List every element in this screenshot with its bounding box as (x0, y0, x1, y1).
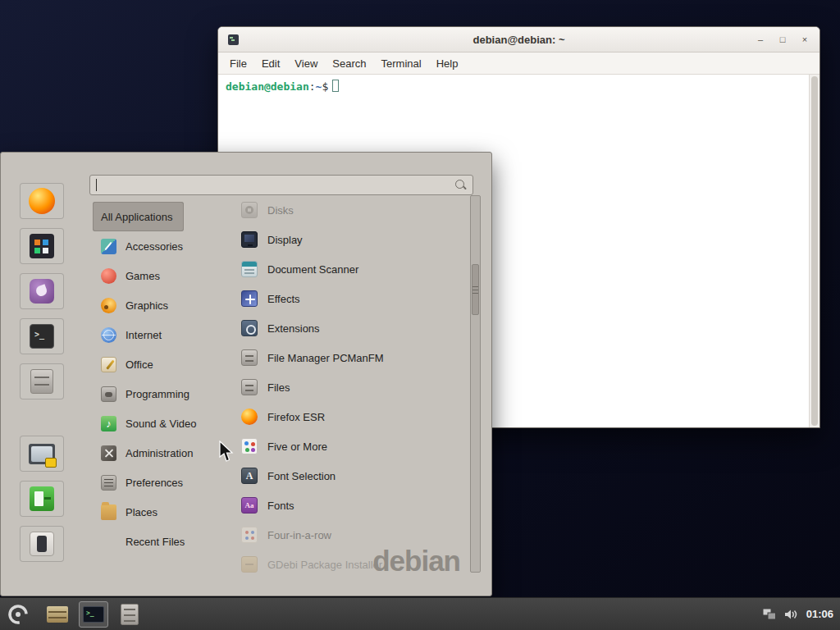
category-preferences[interactable]: Preferences (93, 468, 191, 497)
files-icon (241, 379, 258, 395)
search-icon (454, 179, 467, 191)
debian-watermark: debian (372, 545, 460, 578)
office-icon (101, 357, 116, 372)
menu-search[interactable]: Search (326, 55, 372, 72)
window-title: debian@debian: ~ (218, 34, 819, 46)
favorites-column (11, 183, 73, 562)
extensions-icon (241, 320, 258, 336)
logout-icon (30, 486, 54, 511)
network-icon[interactable] (763, 609, 776, 620)
terminal-icon (83, 606, 104, 623)
close-icon[interactable]: × (800, 35, 810, 44)
terminal-titlebar[interactable]: debian@debian: ~ – □ × (218, 27, 819, 52)
app-fonts[interactable]: Fonts (235, 491, 467, 520)
quit-button[interactable] (20, 526, 64, 562)
favorite-file-manager[interactable] (20, 363, 64, 399)
favorite-chat[interactable] (20, 273, 64, 309)
taskbar-panel: 01:06 (0, 597, 840, 630)
mouse-cursor (218, 441, 235, 463)
taskbar-terminal[interactable] (79, 601, 108, 628)
app-file-manager-pcmanfm[interactable]: File Manager PCManFM (235, 343, 467, 372)
app-label: Files (267, 381, 290, 394)
taskbar-files[interactable] (115, 601, 144, 628)
category-places[interactable]: Places (93, 497, 166, 527)
app-disks[interactable]: Disks (235, 195, 467, 225)
category-recent-files[interactable]: Recent Files (93, 527, 193, 556)
favorite-photos[interactable] (20, 228, 64, 264)
system-tray: 01:06 (763, 608, 840, 620)
terminal-scrollbar-thumb[interactable] (811, 76, 818, 426)
app-display[interactable]: Display (235, 225, 467, 254)
category-games[interactable]: Games (93, 261, 168, 290)
menu-terminal[interactable]: Terminal (375, 55, 428, 72)
category-internet[interactable]: Internet (93, 320, 170, 349)
firefox-icon (241, 409, 258, 425)
menu-view[interactable]: View (288, 55, 324, 72)
volume-icon[interactable] (784, 609, 798, 620)
app-label: Document Scanner (267, 263, 358, 276)
terminal-icon (30, 324, 54, 349)
category-label: Administration (126, 447, 193, 459)
app-files[interactable]: Files (235, 372, 467, 402)
apps-scrollbar-thumb[interactable] (472, 264, 479, 315)
application-list: Disks Display Document Scanner Effects E… (235, 195, 467, 579)
internet-icon (101, 327, 116, 343)
menu-file[interactable]: File (223, 55, 253, 72)
effects-icon (241, 290, 258, 307)
search-box[interactable] (89, 175, 473, 195)
app-label: Font Selection (267, 470, 336, 482)
app-label: Extensions (267, 322, 320, 335)
sound-video-icon (101, 416, 116, 431)
programming-icon (101, 386, 116, 402)
prompt-user-host: debian@debian (226, 80, 309, 93)
category-label: Recent Files (126, 536, 185, 548)
category-office[interactable]: Office (93, 349, 162, 379)
application-menu: All Applications Accessories Games Graph… (0, 152, 492, 596)
search-input[interactable] (97, 176, 454, 194)
category-list: All Applications Accessories Games Graph… (93, 202, 226, 556)
apps-scrollbar[interactable] (470, 195, 481, 573)
taskbar-file-manager[interactable] (43, 601, 72, 628)
category-label: Games (126, 270, 160, 282)
lock-screen-button[interactable] (20, 436, 64, 472)
font-selection-icon (241, 468, 258, 484)
app-font-selection[interactable]: Font Selection (235, 461, 467, 491)
app-five-or-more[interactable]: Five or More (235, 431, 467, 461)
app-label: Firefox ESR (267, 411, 325, 423)
category-label: Sound & Video (126, 418, 197, 430)
four-in-a-row-icon (241, 527, 258, 543)
category-accessories[interactable]: Accessories (93, 231, 191, 261)
category-label: Internet (126, 329, 162, 341)
category-label: Programming (126, 388, 189, 400)
favorite-terminal[interactable] (20, 318, 64, 354)
terminal-menubar: File Edit View Search Terminal Help (218, 52, 819, 75)
maximize-icon[interactable]: □ (778, 35, 788, 44)
menu-help[interactable]: Help (430, 55, 465, 72)
terminal-scrollbar[interactable] (809, 75, 819, 427)
category-graphics[interactable]: Graphics (93, 290, 176, 320)
file-manager-icon (30, 369, 53, 394)
menu-button[interactable] (0, 598, 36, 630)
app-label: Effects (267, 293, 300, 305)
minimize-icon[interactable]: – (756, 35, 765, 44)
app-extensions[interactable]: Extensions (235, 313, 467, 343)
app-label: File Manager PCManFM (267, 352, 384, 364)
menu-edit[interactable]: Edit (255, 55, 286, 72)
category-all-applications[interactable]: All Applications (93, 202, 184, 231)
app-firefox-esr[interactable]: Firefox ESR (235, 402, 467, 431)
clock[interactable]: 01:06 (806, 608, 833, 620)
photos-icon (30, 234, 54, 258)
graphics-icon (101, 298, 116, 313)
category-programming[interactable]: Programming (93, 379, 198, 409)
category-administration[interactable]: Administration (93, 438, 201, 468)
display-icon (241, 231, 258, 248)
logout-button[interactable] (20, 481, 64, 517)
five-or-more-icon (241, 438, 258, 454)
category-label: All Applications (101, 211, 172, 223)
prompt-colon: : (309, 80, 316, 93)
app-effects[interactable]: Effects (235, 284, 467, 313)
favorite-firefox[interactable] (20, 183, 64, 219)
document-scanner-icon (241, 261, 258, 277)
app-document-scanner[interactable]: Document Scanner (235, 254, 467, 284)
category-sound-video[interactable]: Sound & Video (93, 409, 205, 438)
